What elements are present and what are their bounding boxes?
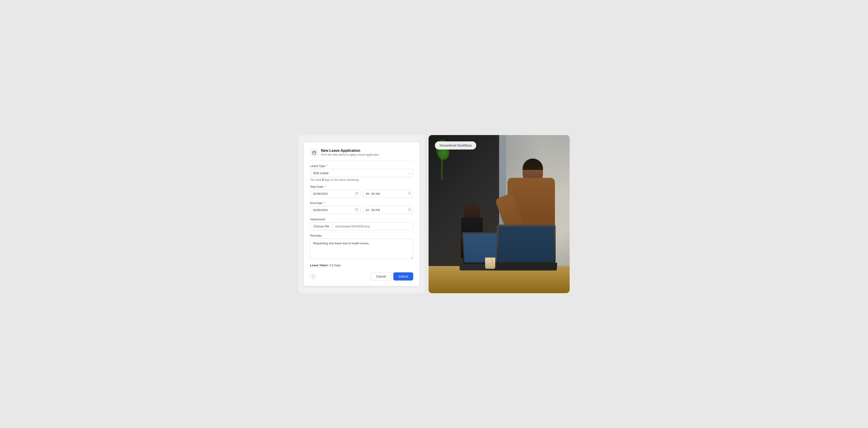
leave-type-select-wrapper: Sick Leave Annual Leave Emergency Leave …	[310, 169, 413, 177]
calendar-icon	[310, 149, 318, 157]
choose-file-button[interactable]: Choose File	[310, 223, 333, 230]
remarks-label: Remarks	[310, 234, 413, 237]
attachment-group: Attachment Choose File doctorpaper202406…	[310, 218, 413, 230]
end-time-input[interactable]	[363, 206, 413, 214]
form-title: New Leave Application	[321, 149, 379, 153]
end-date-input[interactable]	[310, 206, 361, 214]
card-header: New Leave Application Fill in the data b…	[310, 149, 413, 161]
form-footer: Cancel Submit	[310, 272, 413, 281]
sick-leave-info: You have 5 days of sick leave remaining.	[310, 178, 413, 181]
required-indicator: *	[327, 164, 328, 168]
attachment-row: Choose File doctorpaper20240606.png	[310, 222, 413, 230]
end-date-group: End Date *	[310, 201, 413, 214]
end-date-label: End Date *	[310, 201, 413, 205]
end-date-wrapper	[310, 206, 361, 214]
start-date-required: *	[324, 185, 326, 189]
leave-taken-info: Leave Taken: 0.5 Days	[310, 263, 413, 267]
footer-buttons: Cancel Submit	[371, 273, 413, 281]
form-subtitle: Fill in the data below to apply a leave …	[321, 153, 379, 156]
start-date-group: Start Date *	[310, 185, 413, 198]
file-name-display: doctorpaper20240606.png	[333, 223, 413, 230]
remarks-group: Remarks Requesting sick leave due to hea…	[310, 234, 413, 260]
badge-text: Streamlined Workflows	[439, 144, 472, 147]
form-card: New Leave Application Fill in the data b…	[304, 142, 420, 286]
start-time-input[interactable]	[363, 190, 413, 198]
end-date-time-row	[310, 206, 413, 214]
leave-type-label: Leave Type *	[310, 164, 413, 168]
end-date-required: *	[324, 201, 325, 205]
start-date-time-row	[310, 190, 413, 198]
streamlined-badge: Streamlined Workflows	[435, 141, 476, 149]
main-laptop-screen	[497, 225, 556, 263]
leave-type-group: Leave Type * Sick Leave Annual Leave Eme…	[310, 164, 413, 181]
header-text: New Leave Application Fill in the data b…	[321, 149, 379, 156]
coffee-cup	[485, 257, 495, 269]
leave-type-select[interactable]: Sick Leave Annual Leave Emergency Leave …	[310, 169, 413, 177]
svg-rect-0	[313, 151, 316, 154]
main-laptop-base	[493, 262, 557, 270]
left-panel: New Leave Application Fill in the data b…	[298, 135, 425, 293]
right-panel: Streamlined Workflows	[429, 135, 569, 293]
remarks-textarea[interactable]: Requesting sick leave due to health issu…	[310, 239, 413, 259]
start-date-input[interactable]	[310, 190, 361, 198]
info-button[interactable]	[310, 273, 316, 280]
scene	[429, 135, 569, 293]
end-time-wrapper	[363, 206, 413, 214]
attachment-label: Attachment	[310, 218, 413, 221]
submit-button[interactable]: Submit	[393, 273, 413, 281]
main-container: New Leave Application Fill in the data b…	[298, 135, 569, 293]
start-date-wrapper	[310, 190, 361, 198]
start-time-wrapper	[363, 190, 413, 198]
start-date-label: Start Date *	[310, 185, 413, 189]
cancel-button[interactable]: Cancel	[371, 273, 391, 281]
